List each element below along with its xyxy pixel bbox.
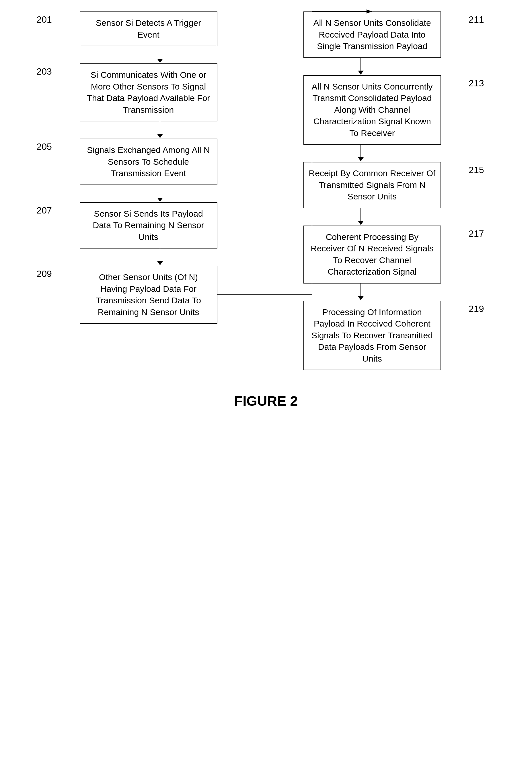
box-219-text: Processing Of Information Payload In Rec… xyxy=(309,307,436,365)
box-203: Si Communicates With One or More Other S… xyxy=(80,63,217,121)
label-219: 219 xyxy=(461,301,484,314)
box-203-text: Si Communicates With One or More Other S… xyxy=(85,69,212,116)
label-213: 213 xyxy=(461,75,484,89)
box-213-text: All N Sensor Units Concurrently Transmit… xyxy=(309,81,436,139)
box-201: Sensor Si Detects A Trigger Event xyxy=(80,12,217,46)
arrow-205-207 xyxy=(91,185,229,202)
box-wrapper-207: Sensor Si Sends Its Payload Data To Rema… xyxy=(60,202,238,249)
label-205: 205 xyxy=(37,138,60,152)
box-217-text: Coherent Processing By Receiver Of N Rec… xyxy=(309,231,436,278)
box-213: All N Sensor Units Concurrently Transmit… xyxy=(303,75,441,145)
box-209: Other Sensor Units (Of N) Having Payload… xyxy=(80,266,217,324)
label-203: 203 xyxy=(37,63,60,77)
step-201-row: 201 Sensor Si Detects A Trigger Event 20… xyxy=(37,12,261,46)
step-215-row: 215 Receipt By Common Receiver Of Transm… xyxy=(261,162,484,208)
label-209: 209 xyxy=(37,266,60,279)
box-215-text: Receipt By Common Receiver Of Transmitte… xyxy=(309,167,436,202)
box-201-text: Sensor Si Detects A Trigger Event xyxy=(85,17,212,41)
step-217-row: 217 Coherent Processing By Receiver Of N… xyxy=(261,226,484,284)
box-219: Processing Of Information Payload In Rec… xyxy=(303,301,441,371)
arrow-215-217 xyxy=(292,208,430,226)
step-209-row: 209 Other Sensor Units (Of N) Having Pay… xyxy=(37,266,261,324)
right-column: 211 All N Sensor Units Consolidate Recei… xyxy=(261,12,484,370)
box-wrapper-205: Signals Exchanged Among All N Sensors To… xyxy=(60,138,238,185)
arrow-211-213 xyxy=(292,58,430,75)
label-215: 215 xyxy=(461,162,484,175)
label-211: 211 xyxy=(461,12,484,25)
box-wrapper-209: Other Sensor Units (Of N) Having Payload… xyxy=(60,266,238,324)
box-wrapper-213: All N Sensor Units Concurrently Transmit… xyxy=(283,75,461,145)
columns-content: 201 Sensor Si Detects A Trigger Event 20… xyxy=(37,12,495,370)
label-201: 201 xyxy=(37,12,60,25)
diagram-container: 201 Sensor Si Detects A Trigger Event 20… xyxy=(12,12,520,409)
box-wrapper-217: Coherent Processing By Receiver Of N Rec… xyxy=(283,226,461,284)
step-205-row: 205 Signals Exchanged Among All N Sensor… xyxy=(37,138,261,185)
arrow-213-215 xyxy=(292,145,430,162)
arrow-207-209 xyxy=(91,249,229,266)
box-217: Coherent Processing By Receiver Of N Rec… xyxy=(303,226,441,284)
box-wrapper-215: Receipt By Common Receiver Of Transmitte… xyxy=(283,162,461,208)
box-215: Receipt By Common Receiver Of Transmitte… xyxy=(303,162,441,208)
box-207: Sensor Si Sends Its Payload Data To Rema… xyxy=(80,202,217,249)
box-wrapper-211: All N Sensor Units Consolidate Received … xyxy=(283,12,461,58)
step-219-row: 219 Processing Of Information Payload In… xyxy=(261,301,484,371)
box-205-text: Signals Exchanged Among All N Sensors To… xyxy=(85,144,212,179)
arrow-201-203 xyxy=(91,46,229,63)
box-wrapper-201: Sensor Si Detects A Trigger Event xyxy=(60,12,238,46)
step-211-row: 211 All N Sensor Units Consolidate Recei… xyxy=(261,12,484,58)
box-wrapper-203: Si Communicates With One or More Other S… xyxy=(60,63,238,121)
label-207: 207 xyxy=(37,202,60,216)
step-203-row: 203 Si Communicates With One or More Oth… xyxy=(37,63,261,121)
arrow-203-205 xyxy=(91,121,229,138)
box-209-text: Other Sensor Units (Of N) Having Payload… xyxy=(85,271,212,318)
step-213-row: 213 All N Sensor Units Concurrently Tran… xyxy=(261,75,484,145)
box-207-text: Sensor Si Sends Its Payload Data To Rema… xyxy=(85,208,212,243)
box-211: All N Sensor Units Consolidate Received … xyxy=(303,12,441,58)
box-211-text: All N Sensor Units Consolidate Received … xyxy=(309,17,436,52)
box-205: Signals Exchanged Among All N Sensors To… xyxy=(80,138,217,185)
label-217: 217 xyxy=(461,226,484,239)
figure-caption: FIGURE 2 xyxy=(234,393,298,409)
step-207-row: 207 Sensor Si Sends Its Payload Data To … xyxy=(37,202,261,249)
left-column: 201 Sensor Si Detects A Trigger Event 20… xyxy=(37,12,261,370)
box-wrapper-219: Processing Of Information Payload In Rec… xyxy=(283,301,461,371)
arrow-217-219 xyxy=(292,284,430,301)
